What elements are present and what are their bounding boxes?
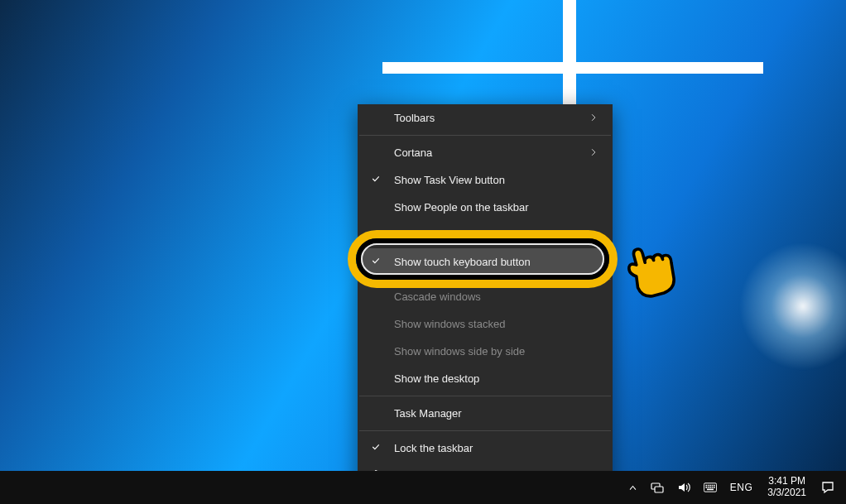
svg-rect-8 — [705, 487, 707, 488]
menu-item-show-task-view[interactable]: Show Task View button — [358, 166, 613, 194]
tray-network-button[interactable] — [644, 471, 671, 504]
menu-item-label: Toolbars — [394, 112, 435, 124]
keyboard-icon — [704, 481, 717, 494]
svg-rect-3 — [705, 485, 707, 487]
menu-item-cascade: Cascade windows — [358, 283, 613, 310]
svg-rect-6 — [711, 485, 713, 487]
menu-item-cortana[interactable]: Cortana — [358, 139, 613, 166]
tray-action-center-button[interactable] — [815, 471, 841, 504]
svg-rect-9 — [708, 487, 709, 488]
svg-rect-10 — [709, 487, 711, 488]
menu-item-label: Show windows stacked — [394, 318, 505, 330]
menu-item-show-desktop[interactable]: Show the desktop — [358, 365, 613, 392]
checkmark-icon — [369, 256, 382, 268]
menu-separator — [359, 279, 611, 280]
clock-time: 3:41 PM — [768, 476, 805, 487]
menu-item-task-manager[interactable]: Task Manager — [358, 400, 613, 427]
svg-rect-4 — [708, 485, 709, 487]
svg-rect-11 — [711, 487, 713, 488]
menu-separator — [359, 396, 611, 396]
menu-item-stacked: Show windows stacked — [358, 310, 613, 338]
speaker-icon — [677, 481, 690, 494]
tray-language-button[interactable]: ENG — [723, 471, 760, 504]
network-icon — [651, 481, 664, 494]
chevron-right-icon — [583, 112, 598, 124]
taskbar-context-menu: Toolbars Cortana Show Task View button S… — [358, 104, 613, 489]
menu-item-show-people[interactable]: Show People on the taskbar — [358, 194, 613, 221]
system-tray: ENG 3:41 PM 3/3/2021 — [622, 471, 846, 504]
menu-item-label: Cascade windows — [394, 290, 481, 303]
menu-item-label: Show People on the taskbar — [394, 201, 529, 214]
menu-item-label: Show the desktop — [394, 372, 479, 385]
menu-item-show-touch-keyboard[interactable]: Show touch keyboard button — [358, 248, 613, 276]
menu-item-label: Show touch keyboard button — [394, 256, 531, 268]
light-flare — [712, 215, 846, 397]
menu-separator — [359, 430, 611, 431]
tray-clock-button[interactable]: 3:41 PM 3/3/2021 — [759, 471, 815, 504]
svg-rect-12 — [714, 487, 715, 488]
svg-rect-13 — [707, 489, 714, 491]
clock-date: 3/3/2021 — [767, 487, 806, 499]
chevron-up-icon — [628, 483, 637, 492]
checkmark-icon — [369, 442, 382, 454]
tray-volume-button[interactable] — [671, 471, 697, 504]
action-center-icon — [821, 481, 834, 494]
show-desktop-button[interactable] — [841, 471, 846, 504]
menu-item-show-ink[interactable]: Show Windows Ink Workspace button — [358, 221, 613, 248]
chevron-right-icon — [583, 146, 598, 159]
language-indicator: ENG — [730, 482, 753, 493]
svg-rect-1 — [655, 487, 663, 492]
menu-item-label: Cortana — [394, 146, 432, 159]
menu-item-label: Show Task View button — [394, 174, 505, 186]
taskbar[interactable]: ENG 3:41 PM 3/3/2021 — [0, 471, 846, 504]
menu-item-lock-taskbar[interactable]: Lock the taskbar — [358, 434, 613, 462]
menu-item-label: Show Windows Ink Workspace button — [394, 228, 574, 241]
svg-rect-7 — [714, 485, 715, 487]
checkmark-icon — [369, 174, 382, 186]
tray-keyboard-button[interactable] — [697, 471, 723, 504]
menu-item-label: Lock the taskbar — [394, 442, 473, 454]
menu-item-label: Show windows side by side — [394, 345, 525, 358]
menu-item-label: Task Manager — [394, 407, 462, 420]
menu-item-side-by-side: Show windows side by side — [358, 338, 613, 365]
tray-overflow-button[interactable] — [622, 471, 644, 504]
menu-item-toolbars[interactable]: Toolbars — [358, 104, 613, 132]
svg-rect-5 — [709, 485, 711, 487]
menu-separator — [359, 135, 611, 136]
